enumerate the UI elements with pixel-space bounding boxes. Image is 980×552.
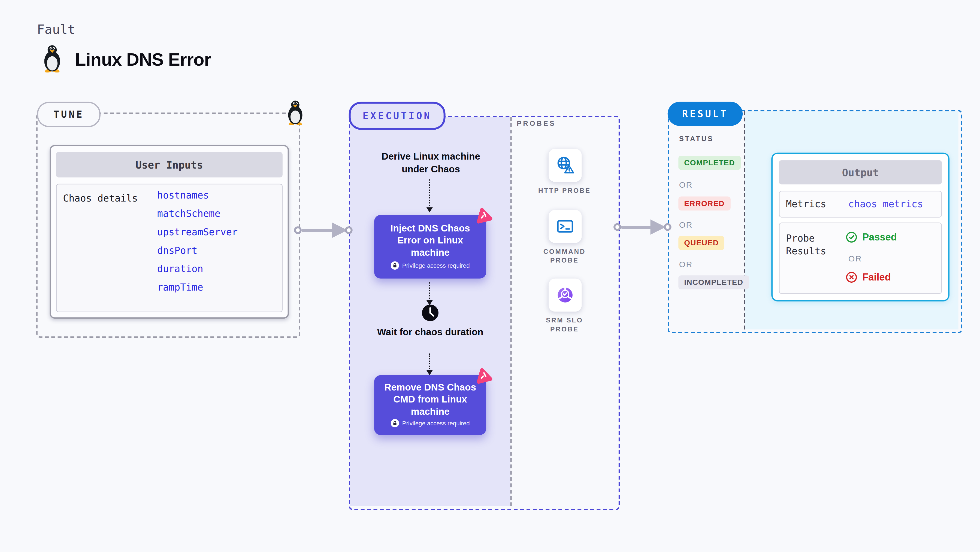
tux-corner-icon — [284, 100, 307, 125]
user-inputs-body: Chaos details hostnames matchScheme upst… — [56, 184, 282, 312]
remove-chaos-title: Remove DNS Chaos CMD from Linux machine — [374, 375, 486, 417]
srm-slo-probe-label: SRM SLO PROBE — [537, 316, 592, 333]
flow-arrowhead — [426, 207, 433, 213]
result-badge: RESULT — [668, 102, 743, 126]
globe-alert-icon — [554, 154, 576, 176]
metrics-label: Metrics — [786, 198, 826, 210]
connector-ring — [345, 226, 353, 234]
lock-icon — [391, 262, 399, 270]
lock-icon — [391, 419, 399, 427]
status-badge-completed: COMPLETED — [678, 156, 740, 170]
tune-to-execution-connector — [302, 229, 335, 232]
fault-diagram: Fault Linux DNS Error TUNE User I — [0, 0, 980, 552]
failed-label: Failed — [862, 271, 891, 283]
input-link-ramptime[interactable]: rampTime — [157, 282, 203, 293]
http-probe-card[interactable] — [549, 149, 582, 182]
command-probe-label: COMMAND PROBE — [537, 247, 592, 265]
srm-slo-probe-card[interactable] — [549, 279, 582, 311]
terminal-icon — [555, 216, 575, 236]
slo-donut-icon — [554, 284, 576, 306]
passed-label: Passed — [862, 232, 897, 243]
chaos-details-label: Chaos details — [63, 193, 138, 204]
command-probe-card[interactable] — [549, 210, 582, 243]
connector-ring — [614, 223, 621, 231]
http-probe-label: HTTP PROBE — [533, 186, 597, 195]
connector-ring — [294, 226, 302, 234]
metrics-row: Metrics chaos metrics — [779, 191, 942, 217]
flow-arrow — [429, 354, 430, 369]
page-title: Linux DNS Error — [75, 49, 211, 70]
inject-chaos-step-card[interactable]: Inject DNS Chaos Error on Linux machine … — [374, 215, 486, 279]
output-card: Output Metrics chaos metrics Probe Resul… — [771, 152, 950, 301]
output-header: Output — [779, 160, 942, 184]
user-inputs-header: User Inputs — [56, 152, 282, 177]
privilege-note: Privilege access required — [402, 262, 470, 269]
step-wait-text: Wait for chaos duration — [374, 326, 486, 338]
inject-chaos-title: Inject DNS Chaos Error on Linux machine — [374, 215, 486, 258]
status-badge-errored: ERRORED — [678, 197, 730, 211]
failed-x-icon — [846, 271, 857, 283]
passed-check-icon — [846, 232, 857, 243]
input-link-duration[interactable]: duration — [157, 263, 203, 275]
input-link-upstreamserver[interactable]: upstreamServer — [157, 226, 238, 238]
remove-chaos-step-card[interactable]: Remove DNS Chaos CMD from Linux machine … — [374, 375, 486, 435]
or-label: OR — [679, 180, 693, 190]
or-label: OR — [679, 260, 693, 269]
input-link-hostnames[interactable]: hostnames — [157, 190, 209, 201]
execution-badge: EXECUTION — [349, 102, 445, 130]
flow-arrow — [429, 179, 430, 206]
flow-arrowhead — [426, 370, 433, 375]
or-label: OR — [848, 254, 862, 263]
probe-results-row: Probe Results Passed OR — [779, 222, 942, 294]
tux-penguin-icon — [40, 44, 65, 73]
step-derive-text: Derive Linux machine under Chaos — [368, 150, 494, 175]
input-link-matchscheme[interactable]: matchScheme — [157, 208, 221, 219]
chaos-metrics-link[interactable]: chaos metrics — [848, 198, 923, 210]
probes-label: PROBES — [517, 119, 556, 127]
input-link-dnsport[interactable]: dnsPort — [157, 245, 197, 256]
wait-clock-icon — [421, 304, 439, 322]
status-badge-queued: QUEUED — [678, 236, 724, 250]
probe-results-label: Probe Results — [786, 232, 845, 257]
execution-to-result-connector — [621, 226, 653, 229]
privilege-note: Privilege access required — [402, 420, 470, 427]
execution-to-result-arrowhead — [651, 219, 666, 235]
status-badge-incompleted: INCOMPLETED — [678, 275, 749, 289]
status-label: STATUS — [679, 135, 714, 143]
user-inputs-card: User Inputs Chaos details hostnames matc… — [49, 145, 289, 319]
result-separator — [744, 111, 745, 330]
connector-ring — [664, 223, 671, 231]
fault-kind-label: Fault — [37, 22, 75, 37]
probes-separator — [511, 117, 512, 506]
tune-badge: TUNE — [37, 102, 100, 127]
flow-arrow — [429, 282, 430, 299]
or-label: OR — [679, 220, 693, 230]
